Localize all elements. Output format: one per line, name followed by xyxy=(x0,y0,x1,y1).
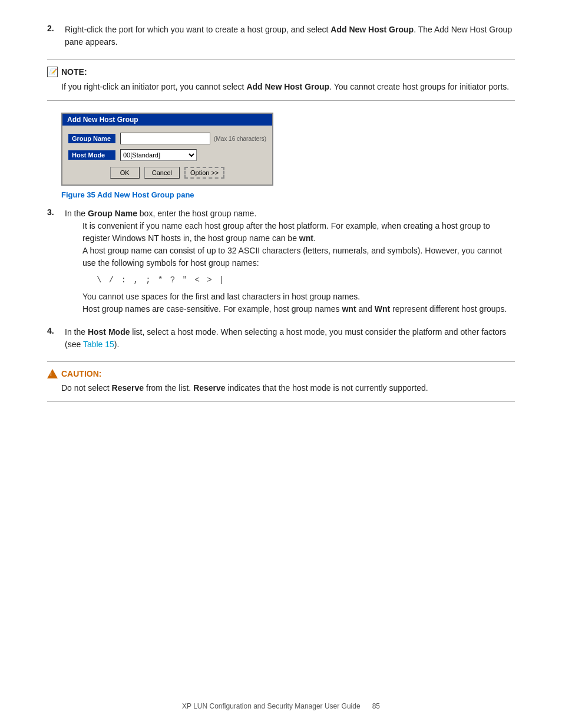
caution-title: CAUTION: xyxy=(47,369,515,378)
dialog-host-mode-select-wrap: 00[Standard] xyxy=(120,149,266,161)
step-2-text1: Right-click the port for which you want … xyxy=(65,25,330,34)
step-3-bold2: wnt xyxy=(299,233,313,243)
dialog-box: Add New Host Group Group Name (Max 16 ch… xyxy=(61,113,273,186)
step-3-number: 3. xyxy=(47,207,58,315)
caution-box: CAUTION: Do not select Reserve from the … xyxy=(47,361,515,402)
note-box: 📝 NOTE: If you right-click an initiator … xyxy=(47,59,515,101)
dialog-ok-button[interactable]: OK xyxy=(110,167,140,179)
dialog-buttons: OK Cancel Option >> xyxy=(68,167,266,179)
step-4-bold1: Host Mode xyxy=(88,327,130,337)
step-3-para1-text: It is convenient if you name each host g… xyxy=(82,221,490,243)
step-2-bold1: Add New Host Group xyxy=(330,25,414,34)
step-4-text3: ). xyxy=(114,340,120,349)
step-3-sub: It is convenient if you name each host g… xyxy=(82,220,515,315)
footer-page: 85 xyxy=(372,702,380,710)
step-3-main: In the Group Name box, enter the host gr… xyxy=(65,207,515,220)
dialog-option-button[interactable]: Option >> xyxy=(184,167,224,179)
note-bold1: Add New Host Group xyxy=(246,82,329,91)
step-4-text: In the Host Mode list, select a host mod… xyxy=(65,326,515,351)
dialog-titlebar: Add New Host Group xyxy=(62,114,272,126)
step-3-block: 3. In the Group Name box, enter the host… xyxy=(47,207,515,315)
caution-text2: from the list. xyxy=(144,383,193,393)
figure-caption: Figure 35 Add New Host Group pane xyxy=(61,190,515,199)
dialog-group-name-row: Group Name (Max 16 characters) xyxy=(68,133,266,144)
step-3-content: In the Group Name box, enter the host gr… xyxy=(65,207,515,315)
step-3-text2: box, enter the host group name. xyxy=(137,209,256,218)
step-2-number: 2. xyxy=(47,24,58,48)
note-text2: . You cannot create host groups for init… xyxy=(329,82,509,91)
step-3-para2: A host group name can consist of up to 3… xyxy=(82,245,515,269)
step-3-para1end: . xyxy=(313,233,316,243)
step-3-para4end: represent different host groups. xyxy=(390,304,507,314)
step-4-text1: In the xyxy=(65,327,88,337)
note-title: 📝 NOTE: xyxy=(47,67,515,77)
dialog-group-name-hint: (Max 16 characters) xyxy=(214,136,266,142)
dialog-wrapper: Add New Host Group Group Name (Max 16 ch… xyxy=(61,113,515,186)
caution-bold1: Reserve xyxy=(112,383,144,393)
step-4-text2: list, select a host mode. When selecting… xyxy=(65,327,506,349)
step-3-bold1: Group Name xyxy=(88,209,137,218)
step-2-text: Right-click the port for which you want … xyxy=(65,24,515,48)
caution-text1: Do not select xyxy=(61,383,112,393)
step-2-content: Right-click the port for which you want … xyxy=(65,24,515,48)
step-3-bold3: wnt xyxy=(342,304,356,314)
note-text1: If you right-click an initiator port, yo… xyxy=(61,82,246,91)
step-2-block: 2. Right-click the port for which you wa… xyxy=(47,24,515,48)
caution-text: Do not select Reserve from the list. Res… xyxy=(61,382,515,394)
dialog-host-mode-label: Host Mode xyxy=(68,150,115,160)
step-3-text1: In the xyxy=(65,209,88,218)
footer-text: XP LUN Configuration and Security Manage… xyxy=(182,702,361,710)
caution-text3: indicates that the host mode is not curr… xyxy=(226,383,428,393)
step-3-para4-text: Host group names are case-sensitive. For… xyxy=(82,304,342,314)
dialog-host-mode-row: Host Mode 00[Standard] xyxy=(68,149,266,161)
caution-label: CAUTION: xyxy=(61,369,101,378)
caution-bold2: Reserve xyxy=(193,383,226,393)
step-3-para3: You cannot use spaces for the first and … xyxy=(82,291,515,303)
dialog-group-name-input[interactable] xyxy=(120,133,210,144)
dialog-host-mode-select[interactable]: 00[Standard] xyxy=(120,149,197,161)
dialog-cancel-button[interactable]: Cancel xyxy=(144,167,180,179)
step-4-link[interactable]: Table 15 xyxy=(83,340,114,349)
dialog-group-name-label: Group Name xyxy=(68,134,115,143)
step-3-para1: It is convenient if you name each host g… xyxy=(82,220,515,245)
note-text: If you right-click an initiator port, yo… xyxy=(61,81,515,93)
footer: XP LUN Configuration and Security Manage… xyxy=(0,702,562,710)
step-4-number: 4. xyxy=(47,326,58,351)
step-3-para4mid: and xyxy=(356,304,375,314)
step-3-para4: Host group names are case-sensitive. For… xyxy=(82,303,515,315)
step-3-symbols: \ / : , ; * ? " < > | xyxy=(97,275,515,285)
step-4-block: 4. In the Host Mode list, select a host … xyxy=(47,326,515,351)
step-3-bold4: Wnt xyxy=(375,304,390,314)
note-label: NOTE: xyxy=(61,67,87,77)
caution-icon xyxy=(47,369,58,378)
dialog-body: Group Name (Max 16 characters) Host Mode… xyxy=(62,126,272,185)
note-icon: 📝 xyxy=(47,67,58,77)
step-4-content: In the Host Mode list, select a host mod… xyxy=(65,326,515,351)
